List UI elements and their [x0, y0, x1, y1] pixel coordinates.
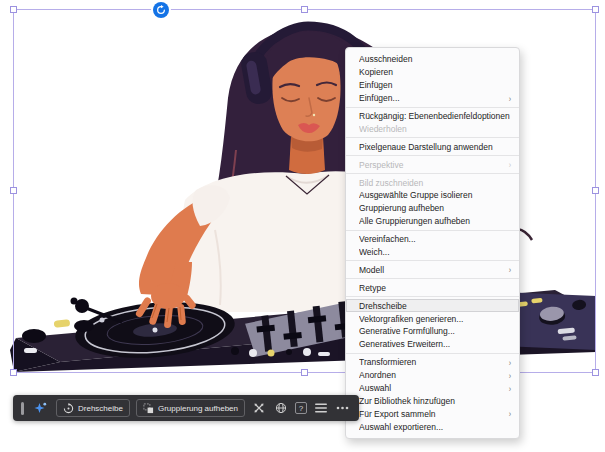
- selection-handle-bottom-left[interactable]: [10, 369, 17, 376]
- more-icon[interactable]: [335, 400, 351, 416]
- help-icon[interactable]: ?: [295, 402, 307, 414]
- menu-item-label: Vereinfachen...: [359, 234, 511, 244]
- menu-separator: [346, 230, 519, 231]
- menu-item-zur-bibliothek-hinzuf-gen[interactable]: Zur Bibliothek hinzufügen: [346, 394, 519, 407]
- menu-item-label: Modell: [359, 265, 505, 275]
- menu-item-einf-gen[interactable]: Einfügen: [346, 79, 519, 92]
- chevron-right-icon: ›: [509, 266, 511, 275]
- menu-item-label: Pixelgenaue Darstellung anwenden: [359, 142, 511, 152]
- menu-item-label: Auswahl exportieren...: [359, 422, 511, 432]
- menu-item-bild-zuschneiden: Bild zuschneiden: [346, 176, 519, 189]
- selection-handle-bottom-center[interactable]: [301, 369, 308, 376]
- menu-item-label: Ausgewählte Gruppe isolieren: [359, 190, 511, 200]
- menu-item-label: Gruppierung aufheben: [359, 203, 511, 213]
- menu-item-label: Weich...: [359, 247, 511, 257]
- menu-separator: [346, 155, 519, 156]
- menu-item-modell[interactable]: Modell›: [346, 263, 519, 276]
- menu-separator: [346, 353, 519, 354]
- menu-separator: [346, 107, 519, 108]
- menu-item-pixelgenaue-darstellung-anwenden[interactable]: Pixelgenaue Darstellung anwenden: [346, 140, 519, 153]
- menu-item-label: Generatives Erweitern...: [359, 339, 511, 349]
- menu-item-kopieren[interactable]: Kopieren: [346, 66, 519, 79]
- menu-item-weich[interactable]: Weich...: [346, 246, 519, 259]
- selection-handle-top-center[interactable]: [301, 6, 308, 13]
- selection-handle-top-left[interactable]: [10, 6, 17, 13]
- menu-item-ausgew-hlte-gruppe-isolieren[interactable]: Ausgewählte Gruppe isolieren: [346, 189, 519, 202]
- chevron-right-icon: ›: [509, 409, 511, 418]
- menu-item-label: Perspektive: [359, 160, 505, 170]
- menu-item-alle-gruppierungen-aufheben[interactable]: Alle Gruppierungen aufheben: [346, 215, 519, 228]
- menu-item-label: Für Export sammeln: [359, 409, 505, 419]
- menu-item-label: Anordnen: [359, 370, 505, 380]
- menu-item-perspektive: Perspektive›: [346, 158, 519, 171]
- menu-item-drehscheibe[interactable]: Drehscheibe: [346, 299, 519, 312]
- menu-item-label: Bild zuschneiden: [359, 178, 511, 188]
- menu-item-label: Kopieren: [359, 67, 511, 77]
- menu-item-vereinfachen[interactable]: Vereinfachen...: [346, 233, 519, 246]
- selection-handle-top-right[interactable]: [592, 6, 599, 13]
- menu-icon[interactable]: [313, 400, 329, 416]
- menu-item-anordnen[interactable]: Anordnen›: [346, 369, 519, 382]
- drehscheibe-button[interactable]: Drehscheibe: [56, 399, 130, 417]
- menu-item-retype[interactable]: Retype: [346, 281, 519, 294]
- menu-item-wiederholen: Wiederholen: [346, 122, 519, 135]
- menu-separator: [346, 278, 519, 279]
- menu-item-label: Transformieren: [359, 357, 505, 367]
- chevron-right-icon: ›: [509, 94, 511, 103]
- selection-handle-bottom-right[interactable]: [592, 369, 599, 376]
- menu-item-label: Einfügen...: [359, 93, 505, 103]
- menu-item-auswahl-exportieren[interactable]: Auswahl exportieren...: [346, 420, 519, 433]
- menu-item-label: Wiederholen: [359, 124, 511, 134]
- menu-item-label: Alle Gruppierungen aufheben: [359, 216, 511, 226]
- menu-item-transformieren[interactable]: Transformieren›: [346, 356, 519, 369]
- menu-item-gruppierung-aufheben[interactable]: Gruppierung aufheben: [346, 202, 519, 215]
- menu-item-r-ckg-ngig-ebenenbedienfeldoptionen[interactable]: Rückgängig: Ebenenbedienfeldoptionen: [346, 110, 519, 123]
- ai-sparkle-icon[interactable]: [30, 399, 50, 417]
- menu-separator: [346, 296, 519, 297]
- chevron-right-icon: ›: [509, 160, 511, 169]
- drehscheibe-button-label: Drehscheibe: [78, 404, 123, 413]
- ungroup-icon: [143, 403, 154, 414]
- ungroup-button-label: Gruppierung aufheben: [158, 404, 238, 413]
- menu-item-label: Einfügen: [359, 80, 511, 90]
- context-menu: AusschneidenKopierenEinfügenEinfügen...›…: [345, 47, 520, 439]
- menu-item-label: Ausschneiden: [359, 54, 511, 64]
- chevron-right-icon: ›: [509, 358, 511, 367]
- chevron-right-icon: ›: [509, 384, 511, 393]
- help-icon-glyph: ?: [299, 404, 303, 413]
- menu-item-generative-formf-llung[interactable]: Generative Formfüllung...: [346, 325, 519, 338]
- rotate-icon: [63, 403, 74, 414]
- menu-item-label: Generative Formfüllung...: [359, 326, 511, 336]
- free-transform-icon[interactable]: [251, 400, 267, 416]
- drag-handle[interactable]: [21, 402, 24, 415]
- menu-item-label: Drehscheibe: [359, 301, 511, 311]
- menu-item-auswahl[interactable]: Auswahl›: [346, 382, 519, 395]
- globe-icon[interactable]: [273, 400, 289, 416]
- ungroup-button[interactable]: Gruppierung aufheben: [136, 399, 245, 417]
- menu-item-ausschneiden[interactable]: Ausschneiden: [346, 53, 519, 66]
- menu-item-label: Zur Bibliothek hinzufügen: [359, 396, 511, 406]
- selection-handle-mid-left[interactable]: [10, 187, 17, 194]
- rotate-badge-icon[interactable]: [153, 2, 169, 18]
- selection-handle-mid-right[interactable]: [592, 187, 599, 194]
- menu-item-f-r-export-sammeln[interactable]: Für Export sammeln›: [346, 407, 519, 420]
- menu-separator: [346, 260, 519, 261]
- menu-item-generatives-erweitern[interactable]: Generatives Erweitern...: [346, 338, 519, 351]
- menu-item-label: Rückgängig: Ebenenbedienfeldoptionen: [359, 111, 511, 121]
- menu-item-einf-gen[interactable]: Einfügen...›: [346, 92, 519, 105]
- menu-separator: [346, 137, 519, 138]
- menu-item-label: Vektorgrafiken generieren...: [359, 314, 511, 324]
- menu-item-label: Auswahl: [359, 383, 505, 393]
- menu-item-vektorgrafiken-generieren[interactable]: Vektorgrafiken generieren...: [346, 312, 519, 325]
- chevron-right-icon: ›: [509, 371, 511, 380]
- contextual-taskbar: Drehscheibe Gruppierung aufheben ?: [13, 395, 359, 421]
- menu-item-label: Retype: [359, 283, 511, 293]
- menu-separator: [346, 173, 519, 174]
